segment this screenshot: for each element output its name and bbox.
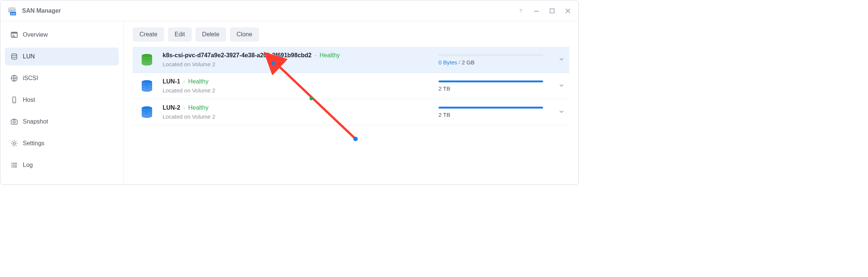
window-controls: ? (514, 4, 575, 18)
chevron-down-icon[interactable] (559, 57, 564, 63)
log-icon (10, 161, 18, 169)
maximize-icon[interactable] (545, 4, 559, 18)
help-icon[interactable]: ? (514, 4, 527, 18)
lun-usage: 2 TB (438, 80, 551, 92)
usage-bar (438, 54, 543, 56)
create-button[interactable]: Create (133, 27, 164, 42)
chevron-down-icon[interactable] (559, 83, 564, 89)
sidebar-item-label: iSCSI (23, 75, 38, 82)
lun-text: LUN-2-HealthyLocated on Volume 2 (163, 104, 438, 120)
svg-point-32 (142, 80, 152, 84)
separator: - (183, 78, 185, 85)
separator: - (183, 104, 185, 111)
sidebar-item-snapshot[interactable]: Snapshot (5, 113, 119, 131)
sidebar-item-label: LUN (23, 53, 35, 60)
sidebar-item-iscsi[interactable]: iSCSI (5, 69, 119, 87)
svg-point-27 (12, 165, 12, 165)
separator: - (314, 52, 316, 59)
lun-status: Healthy (188, 78, 208, 85)
svg-text:SAN: SAN (11, 13, 16, 15)
edit-button[interactable]: Edit (168, 27, 192, 42)
svg-rect-7 (11, 32, 17, 34)
sidebar-item-label: Host (23, 97, 35, 103)
lun-row[interactable]: LUN-2-HealthyLocated on Volume 22 TB (133, 99, 569, 125)
host-icon (10, 96, 18, 104)
lun-name: k8s-csi-pvc-d747a9e2-3927-4e38-a201-2f69… (163, 52, 311, 59)
lun-usage: 2 TB (438, 107, 551, 118)
lun-used: 0 Bytes (438, 59, 457, 66)
svg-point-0 (8, 7, 16, 9)
usage-bar (438, 107, 543, 109)
snapshot-icon (10, 118, 18, 125)
lun-name: LUN-1 (163, 78, 180, 85)
sidebar-item-overview[interactable]: Overview (5, 26, 119, 44)
titlebar: SAN SAN Manager ? (0, 0, 578, 21)
lun-status: Healthy (320, 52, 340, 59)
sidebar-item-label: Log (23, 162, 33, 168)
lun-row[interactable]: LUN-1-HealthyLocated on Volume 22 TB (133, 73, 569, 99)
close-icon[interactable] (561, 4, 575, 18)
lun-icon (10, 53, 18, 60)
svg-point-25 (12, 163, 12, 164)
svg-rect-8 (12, 35, 14, 36)
sidebar-item-settings[interactable]: Settings (5, 134, 119, 152)
database-icon (138, 105, 156, 119)
svg-line-24 (12, 145, 13, 146)
lun-text: LUN-1-HealthyLocated on Volume 2 (163, 78, 438, 94)
svg-point-16 (13, 142, 15, 144)
svg-point-29 (12, 167, 12, 167)
svg-point-31 (142, 54, 152, 58)
sidebar-item-label: Overview (23, 31, 48, 38)
svg-rect-9 (12, 36, 15, 37)
lun-name: LUN-2 (163, 104, 180, 111)
lun-status: Healthy (188, 104, 208, 111)
lun-usage: 0 Bytes/2 GB (438, 54, 551, 66)
lun-text: k8s-csi-pvc-d747a9e2-3927-4e38-a201-2f69… (163, 52, 438, 67)
svg-rect-14 (11, 120, 17, 124)
minimize-icon[interactable] (530, 4, 543, 18)
svg-point-33 (142, 106, 152, 110)
app-icon: SAN (6, 4, 18, 17)
delete-button[interactable]: Delete (196, 27, 226, 42)
lun-location: Located on Volume 2 (163, 61, 438, 67)
chevron-down-icon[interactable] (559, 109, 564, 115)
toolbar: Create Edit Delete Clone (133, 25, 569, 47)
svg-line-21 (12, 141, 13, 142)
clone-button[interactable]: Clone (230, 27, 259, 42)
svg-point-15 (13, 121, 15, 123)
svg-rect-4 (534, 11, 539, 12)
app-title: SAN Manager (22, 7, 61, 14)
lun-used: 2 TB (438, 85, 450, 92)
usage-bar (438, 80, 543, 82)
lun-location: Located on Volume 2 (163, 113, 438, 120)
lun-location: Located on Volume 2 (163, 87, 438, 94)
svg-rect-5 (550, 9, 554, 13)
svg-line-23 (16, 141, 16, 142)
svg-point-13 (14, 101, 15, 102)
sidebar: OverviewLUNiSCSIHostSnapshotSettingsLog (0, 21, 124, 185)
overview-icon (10, 31, 18, 39)
lun-slash: / (459, 59, 460, 66)
svg-line-22 (16, 145, 16, 146)
main-panel: Create Edit Delete Clone k8s-csi-pvc-d74… (124, 21, 578, 185)
database-icon (138, 79, 156, 93)
lun-total: 2 GB (462, 59, 474, 66)
sidebar-item-log[interactable]: Log (5, 156, 119, 174)
sidebar-item-label: Snapshot (23, 118, 48, 125)
database-icon (138, 53, 156, 67)
iscsi-icon (10, 74, 18, 82)
lun-used: 2 TB (438, 112, 450, 118)
sidebar-item-host[interactable]: Host (5, 91, 119, 109)
sidebar-item-label: Settings (23, 140, 44, 147)
svg-point-10 (12, 54, 17, 56)
lun-row[interactable]: k8s-csi-pvc-d747a9e2-3927-4e38-a201-2f69… (133, 47, 569, 73)
svg-text:?: ? (519, 8, 522, 13)
app-window: SAN SAN Manager ? OverviewLUNiSCSIHostSn… (0, 0, 579, 185)
settings-icon (10, 140, 18, 147)
sidebar-item-lun[interactable]: LUN (5, 48, 119, 66)
lun-list: k8s-csi-pvc-d747a9e2-3927-4e38-a201-2f69… (133, 47, 569, 178)
